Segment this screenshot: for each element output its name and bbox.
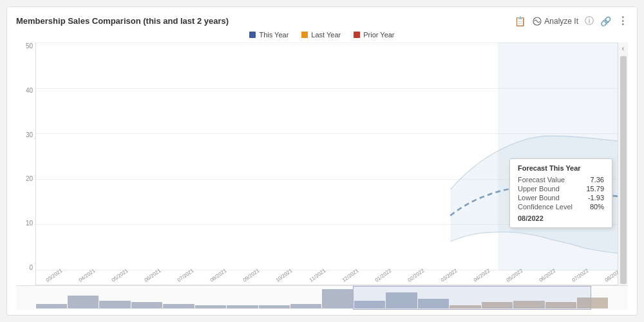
minimap-bar (68, 296, 99, 308)
legend-this-year: This Year (249, 31, 289, 39)
minimap-bar (290, 304, 321, 309)
x-axis-labels: 03/202104/202105/202106/202107/202108/20… (36, 270, 628, 285)
y-label-20: 20 (26, 175, 33, 182)
tooltip-forecast-label: Forecast Value (518, 176, 565, 184)
tooltip-forecast-value-row: Forecast Value 7.36 (518, 176, 604, 184)
analyze-icon[interactable]: Analyze It (532, 17, 578, 26)
legend-last-year: Last Year (301, 31, 341, 39)
y-axis: 50 40 30 20 10 0 (16, 43, 35, 285)
tooltip-date: 08/2022 (518, 214, 604, 222)
tooltip-upper-value: 15.79 (586, 185, 604, 193)
link-icon[interactable]: 🔗 (600, 16, 611, 26)
legend-dot-prior-year (354, 32, 360, 38)
y-label-0: 0 (29, 264, 33, 271)
chart-title: Membership Sales Comparison (this and la… (16, 16, 229, 26)
scroll-up-arrow[interactable]: ‹ (622, 43, 624, 55)
card-header: Membership Sales Comparison (this and la… (16, 15, 628, 27)
chart-legend: This Year Last Year Prior Year (16, 31, 628, 39)
chart-card: Membership Sales Comparison (this and la… (6, 6, 638, 316)
minimap-bar (227, 305, 258, 308)
minimap-bar (36, 304, 67, 309)
minimap-bar (259, 305, 290, 308)
tooltip-confidence-row: Confidence Level 80% (518, 203, 604, 211)
info-icon[interactable]: ⓘ (585, 15, 594, 27)
forecast-tooltip: Forecast This Year Forecast Value 7.36 U… (509, 158, 612, 228)
minimap-window[interactable] (353, 286, 592, 310)
legend-label-this-year: This Year (259, 31, 289, 39)
scrollbar[interactable]: ‹ (618, 43, 628, 285)
tooltip-forecast-value: 7.36 (591, 176, 604, 184)
tooltip-lower-value: -1.93 (588, 194, 604, 202)
y-label-10: 10 (26, 220, 33, 227)
chart-area: 50 40 30 20 10 0 (16, 43, 628, 285)
legend-prior-year: Prior Year (354, 31, 394, 39)
y-label-50: 50 (26, 43, 33, 50)
minimap-bar (163, 304, 194, 309)
minimap-bar (131, 302, 162, 308)
y-label-30: 30 (26, 131, 33, 138)
minimap-bar (195, 305, 226, 308)
legend-dot-last-year (301, 32, 308, 38)
minimap-bar (99, 301, 130, 309)
tooltip-lower-label: Lower Bound (518, 194, 560, 202)
tooltip-upper-row: Upper Bound 15.79 (518, 185, 604, 193)
minimap-bar (322, 289, 353, 308)
y-label-40: 40 (26, 87, 33, 94)
copy-icon[interactable]: 📋 (515, 16, 526, 26)
tooltip-lower-row: Lower Bound -1.93 (518, 194, 604, 202)
legend-dot-this-year (249, 32, 256, 38)
more-icon[interactable]: ⋮ (618, 15, 628, 27)
tooltip-confidence-value: 80% (590, 203, 604, 211)
analyze-label: Analyze It (544, 17, 578, 26)
bars-container (36, 43, 628, 270)
header-actions: 📋 Analyze It ⓘ 🔗 ⋮ (515, 15, 628, 27)
minimap[interactable] (16, 285, 628, 310)
legend-label-prior-year: Prior Year (363, 31, 394, 39)
tooltip-upper-label: Upper Bound (518, 185, 560, 193)
scroll-thumb[interactable] (620, 56, 627, 284)
tooltip-confidence-label: Confidence Level (518, 203, 573, 211)
tooltip-header: Forecast This Year (518, 164, 604, 172)
legend-label-last-year: Last Year (311, 31, 341, 39)
